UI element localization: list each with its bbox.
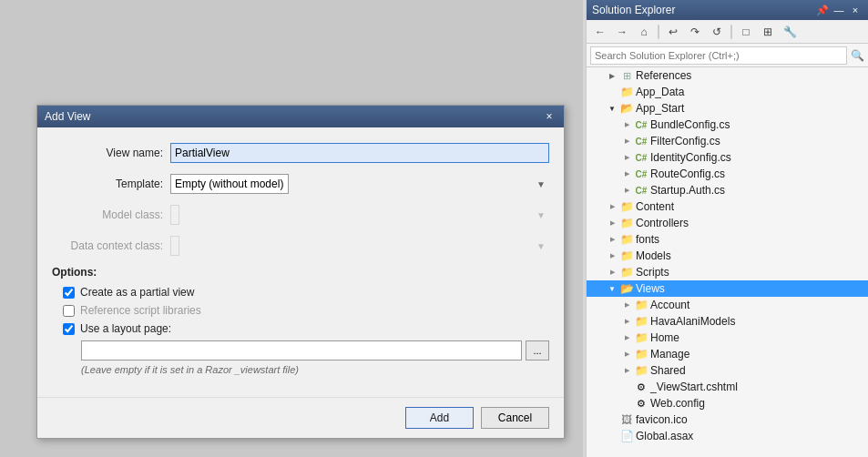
tree-label-routeconfig: RouteConfig.cs (650, 168, 725, 180)
tree-expand-shared: ▶ (619, 363, 634, 378)
tree-item-appdata[interactable]: 📁 App_Data (587, 84, 868, 100)
tree-item-appstart[interactable]: ▼ 📂 App_Start (587, 100, 868, 117)
tree-item-home[interactable]: ▶ 📁 Home (587, 330, 868, 346)
template-select[interactable]: Empty (without model) (170, 174, 289, 194)
tree-item-havaalanimodels[interactable]: ▶ 📁 HavaAlaniModels (587, 313, 868, 330)
solution-tree: ▶ ⊞ References 📁 App_Data ▼ 📂 App_Start … (587, 67, 868, 457)
tree-item-references[interactable]: ▶ ⊞ References (587, 67, 868, 84)
reference-scripts-checkbox[interactable] (63, 305, 75, 317)
tree-label-account: Account (650, 299, 689, 311)
tree-item-scripts[interactable]: ▶ 📁 Scripts (587, 264, 868, 280)
se-collapse-button[interactable]: □ (736, 22, 756, 42)
data-context-label: Data context class: (52, 239, 170, 252)
se-minimize-button[interactable]: — (832, 3, 846, 17)
tree-expand-havaalanimodels: ▶ (619, 314, 634, 329)
se-settings-button[interactable]: 🔧 (780, 22, 800, 42)
tree-item-manage[interactable]: ▶ 📁 Manage (587, 346, 868, 362)
tree-label-appdata: App_Data (636, 86, 684, 98)
se-expand-button[interactable]: ⊞ (758, 22, 778, 42)
use-layout-row: Use a layout page: (52, 322, 549, 335)
create-partial-checkbox[interactable] (63, 287, 75, 299)
folder-fonts-icon: 📁 (619, 232, 634, 247)
se-forward-button[interactable]: → (612, 22, 632, 42)
dialog-titlebar: Add View × (37, 106, 564, 127)
cancel-button[interactable]: Cancel (481, 407, 549, 429)
tree-item-views[interactable]: ▼ 📂 Views (587, 280, 868, 297)
cs-routeconfig-icon: C# (634, 167, 648, 181)
tree-expand-views: ▼ (605, 281, 619, 296)
se-back-button[interactable]: ← (590, 22, 610, 42)
tree-label-appstart: App_Start (636, 102, 684, 115)
tree-label-views: Views (636, 282, 665, 295)
tree-label-identityconfig: IdentityConfig.cs (650, 151, 731, 164)
tree-item-globalasax[interactable]: 📄 Global.asax (587, 428, 868, 444)
add-button[interactable]: Add (405, 407, 474, 429)
tree-expand-webconfig (619, 396, 634, 411)
template-select-wrapper: Empty (without model) ▼ (170, 174, 549, 194)
tree-expand-references: ▶ (605, 68, 619, 83)
folder-appdata-icon: 📁 (619, 85, 634, 99)
view-name-input[interactable] (170, 143, 549, 163)
gear-webconfig-icon: ⚙ (634, 396, 648, 411)
se-search-input[interactable] (590, 46, 847, 65)
data-context-select[interactable] (170, 236, 179, 256)
folder-account-icon: 📁 (634, 298, 648, 312)
se-refresh-button[interactable]: ↷ (685, 22, 705, 42)
cs-identityconfig-icon: C# (634, 150, 648, 165)
tree-label-havaalanimodels: HavaAlaniModels (650, 315, 735, 328)
cs-filterconfig-icon: C# (634, 134, 648, 148)
solution-explorer-panel: Solution Explorer 📌 — × ← → ⌂ ↩ ↷ ↺ □ ⊞ … (586, 0, 868, 457)
model-class-select[interactable] (170, 205, 179, 225)
tree-item-bundleconfig[interactable]: ▶ C# BundleConfig.cs (587, 117, 868, 133)
tree-item-fonts[interactable]: ▶ 📁 fonts (587, 231, 868, 248)
se-close-button[interactable]: × (848, 3, 863, 17)
tree-item-filterconfig[interactable]: ▶ C# FilterConfig.cs (587, 133, 868, 149)
tree-expand-identityconfig: ▶ (619, 150, 634, 165)
tree-item-identityconfig[interactable]: ▶ C# IdentityConfig.cs (587, 149, 868, 166)
tree-label-content: Content (636, 200, 674, 213)
se-home-button[interactable]: ⌂ (634, 22, 654, 42)
tree-item-account[interactable]: ▶ 📁 Account (587, 297, 868, 313)
tree-item-startupauth[interactable]: ▶ C# Startup.Auth.cs (587, 182, 868, 198)
model-class-label: Model class: (52, 208, 170, 221)
se-sync-button[interactable]: ↩ (663, 22, 683, 42)
tree-expand-account: ▶ (619, 298, 634, 312)
tree-expand-scripts: ▶ (605, 265, 619, 279)
tree-item-favicon[interactable]: 🖼 favicon.ico (587, 411, 868, 428)
tree-label-models: Models (636, 249, 671, 262)
create-partial-row: Create as a partial view (52, 286, 549, 299)
template-row: Template: Empty (without model) ▼ (52, 173, 549, 195)
tree-item-content[interactable]: ▶ 📁 Content (587, 198, 868, 215)
use-layout-checkbox[interactable] (63, 323, 75, 335)
layout-path-input[interactable] (81, 340, 522, 361)
tree-item-webconfig[interactable]: ⚙ Web.config (587, 395, 868, 411)
se-titlebar: Solution Explorer 📌 — × (587, 0, 868, 20)
layout-input-wrapper: ... (81, 340, 549, 361)
dialog-close-button[interactable]: × (542, 109, 557, 124)
dialog-title: Add View (45, 110, 90, 123)
dialog-body: View name: Template: Empty (without mode… (37, 127, 564, 390)
se-search-bar: 🔍 (587, 44, 868, 67)
tree-expand-favicon (605, 412, 619, 427)
tree-expand-appstart: ▼ (605, 101, 619, 116)
search-icon: 🔍 (851, 49, 864, 62)
model-class-select-wrapper: ▼ (170, 205, 549, 225)
dialog-footer: Add Cancel (37, 397, 564, 438)
tree-item-models[interactable]: ▶ 📁 Models (587, 248, 868, 264)
cs-startupauth-icon: C# (634, 183, 648, 198)
tree-item-shared[interactable]: ▶ 📁 Shared (587, 362, 868, 379)
se-undo-button[interactable]: ↺ (707, 22, 727, 42)
tree-label-bundleconfig: BundleConfig.cs (650, 118, 730, 131)
tree-expand-filterconfig: ▶ (619, 134, 634, 148)
tree-label-favicon: favicon.ico (636, 413, 688, 426)
use-layout-label: Use a layout page: (80, 322, 171, 335)
se-pin-button[interactable]: 📌 (815, 3, 830, 17)
tree-item-routeconfig[interactable]: ▶ C# RouteConfig.cs (587, 166, 868, 182)
browse-button[interactable]: ... (526, 340, 549, 361)
tree-item-viewstart[interactable]: ⚙ _ViewStart.cshtml (587, 379, 868, 395)
se-title-text: Solution Explorer (592, 4, 675, 16)
tree-item-controllers[interactable]: ▶ 📁 Controllers (587, 215, 868, 231)
se-title-left: Solution Explorer (592, 4, 675, 16)
tree-expand-content: ▶ (605, 199, 619, 214)
options-section: Options: Create as a partial view Refere… (52, 266, 549, 375)
